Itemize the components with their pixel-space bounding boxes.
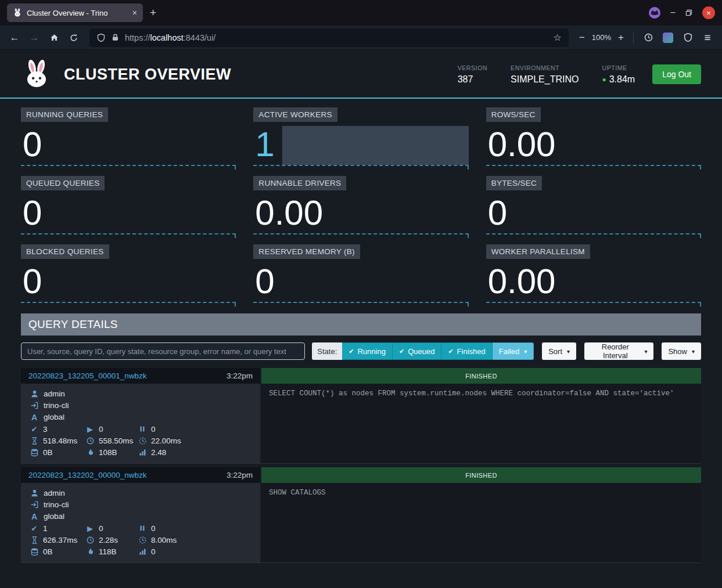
lock-icon[interactable]	[111, 33, 120, 42]
query-source-row: trino-cli	[21, 399, 260, 411]
source-icon	[30, 401, 39, 410]
cumulative-memory: 2.48	[151, 448, 166, 457]
query-id-link[interactable]: 20220823_132205_00001_nwbzk	[28, 371, 146, 380]
query-toolbar: State: ✔Running ✔Queued ✔Finished Failed…	[21, 342, 701, 360]
environment-label: ENVIRONMENT	[511, 64, 579, 71]
bookmark-star-icon[interactable]: ☆	[553, 32, 561, 43]
zoom-in-icon[interactable]: +	[615, 29, 627, 46]
url-bar[interactable]: https://localhost:8443/ui/ ☆	[89, 28, 569, 47]
tracking-shield-icon[interactable]	[96, 33, 106, 42]
tab-close-icon[interactable]: ×	[132, 8, 137, 17]
wall-time-icon	[30, 536, 39, 544]
running-splits: 0	[99, 524, 103, 533]
extension-icon[interactable]	[659, 29, 677, 46]
logout-button[interactable]: Log Out	[652, 64, 701, 84]
query-header: 20220823_132202_00000_nwbzk 3:22pm FINIS…	[21, 467, 701, 483]
cluster-stats: RUNNING QUERIES 0 ACTIVE WORKERS 1 ROWS/…	[0, 99, 722, 306]
queued-splits: 0	[151, 425, 156, 434]
peak-memory: 108B	[99, 448, 117, 457]
stat-value: 0.00	[486, 262, 556, 301]
trino-page: CLUSTER OVERVIEW VERSION 387 ENVIRONMENT…	[0, 50, 722, 588]
url-text: https://localhost:8443/ui/	[125, 33, 215, 42]
reorder-interval-dropdown[interactable]: Reorder Interval▾	[584, 342, 653, 360]
current-memory: 0B	[43, 547, 53, 556]
query-times-row: 626.37ms 2.28s 8.00ms	[21, 534, 260, 546]
cumulative-memory: 0	[151, 547, 156, 556]
query-header: 20220823_132205_00001_nwbzk 3:22pm FINIS…	[21, 368, 701, 384]
query-status-bar: FINISHED	[261, 368, 701, 384]
query-source-row: trino-cli	[21, 499, 260, 510]
stat-value: 1	[253, 125, 274, 164]
query-memory-row: 0B 118B 0	[21, 546, 260, 557]
query-user: admin	[44, 389, 65, 398]
privacy-shield-icon[interactable]	[679, 29, 696, 46]
peak-memory-icon	[85, 547, 95, 556]
reload-icon[interactable]	[65, 29, 82, 46]
user-icon	[30, 389, 39, 398]
history-clock-icon[interactable]	[640, 29, 657, 46]
back-icon[interactable]: ←	[6, 29, 23, 46]
query-meta: admin trino-cli Aglobal ✔3 ▶0 0 518.48ms…	[21, 384, 260, 463]
query-row: 20220823_132205_00001_nwbzk 3:22pm FINIS…	[21, 368, 701, 464]
query-sql-text: SELECT COUNT(*) as nodes FROM system.run…	[261, 384, 701, 463]
state-filter-label: Finished	[457, 347, 486, 356]
resource-group-icon: A	[30, 413, 39, 422]
restore-button-icon[interactable]	[685, 9, 693, 17]
resource-group-icon: A	[30, 512, 39, 521]
sort-dropdown[interactable]: Sort▾	[542, 342, 576, 360]
query-row: 20220823_132202_00000_nwbzk 3:22pm FINIS…	[21, 467, 701, 563]
stat-label: BYTES/SEC	[486, 176, 542, 190]
elapsed-time: 558.50ms	[99, 437, 133, 445]
stat-value: 0	[253, 262, 274, 301]
query-user: admin	[44, 489, 65, 497]
stat-bytes-sec: BYTES/SEC 0	[486, 176, 701, 235]
stat-sparkline: 0	[21, 192, 236, 235]
window-close-icon[interactable]: ×	[702, 6, 715, 19]
extension-mask-icon[interactable]	[648, 6, 661, 19]
state-filter-queued[interactable]: ✔Queued	[393, 342, 441, 360]
zoom-out-icon[interactable]: −	[576, 29, 588, 46]
queued-splits-icon	[138, 524, 147, 532]
chevron-down-icon: ▾	[524, 348, 527, 355]
state-filter-running[interactable]: ✔Running	[342, 342, 393, 360]
source-icon	[30, 500, 39, 509]
query-sql-text: SHOW CATALOGS	[261, 483, 701, 562]
url-path: :8443/ui/	[184, 33, 216, 42]
stat-running-queries: RUNNING QUERIES 0	[21, 107, 236, 166]
stat-label: RUNNABLE DRIVERS	[253, 176, 346, 190]
stat-sparkline: 1	[253, 123, 468, 166]
query-splits-row: ✔3 ▶0 0	[21, 423, 260, 435]
query-search-input[interactable]	[21, 342, 305, 360]
state-filter-finished[interactable]: ✔Finished	[441, 342, 492, 360]
trino-favicon	[13, 8, 22, 17]
uptime-status-dot: ●	[602, 75, 606, 84]
browser-window: Cluster Overview - Trino × + − × ← → htt…	[0, 0, 722, 588]
stat-blocked-queries: BLOCKED QUERIES 0	[21, 244, 236, 303]
query-time: 3:22pm	[227, 471, 253, 479]
new-tab-button[interactable]: +	[150, 6, 156, 19]
browser-tab[interactable]: Cluster Overview - Trino ×	[7, 3, 143, 22]
stat-value: 0	[21, 262, 42, 301]
show-dropdown[interactable]: Show▾	[662, 342, 701, 360]
stat-label: BLOCKED QUERIES	[21, 244, 109, 259]
stat-reserved-memory: RESERVED MEMORY (B) 0	[253, 244, 468, 303]
query-id-link[interactable]: 20220823_132202_00000_nwbzk	[28, 471, 146, 479]
completed-splits: 3	[43, 425, 48, 434]
stat-value: 0	[486, 193, 507, 232]
menu-icon[interactable]: ≡	[699, 29, 716, 46]
check-icon: ✔	[448, 348, 453, 355]
query-source: trino-cli	[44, 500, 69, 509]
zoom-level[interactable]: 100%	[592, 33, 611, 42]
stat-rows-sec: ROWS/SEC 0.00	[486, 107, 701, 166]
environment-value: SIMPLE_TRINO	[511, 74, 579, 85]
stat-label: RUNNING QUERIES	[21, 107, 108, 122]
forward-icon[interactable]: →	[26, 29, 43, 46]
query-resource-group: global	[44, 413, 64, 421]
home-icon[interactable]	[45, 29, 63, 46]
wall-time-icon	[30, 437, 39, 445]
check-icon: ✔	[399, 348, 404, 355]
environment-block: ENVIRONMENT SIMPLE_TRINO	[511, 64, 579, 85]
state-filter-failed-dropdown[interactable]: Failed▾	[493, 342, 534, 360]
stat-sparkline: 0.00	[486, 123, 701, 166]
minimize-button-icon[interactable]: −	[670, 8, 676, 18]
